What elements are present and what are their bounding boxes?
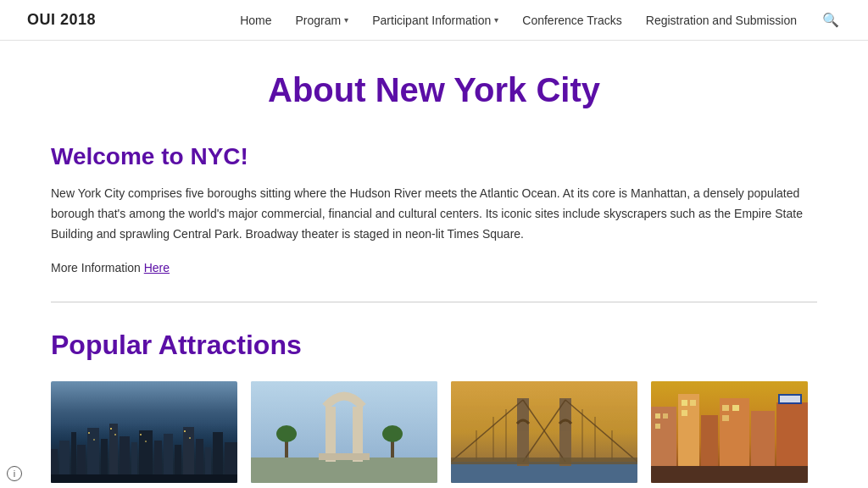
svg-rect-50: [451, 458, 637, 464]
svg-rect-66: [722, 415, 729, 421]
info-icon[interactable]: i: [7, 466, 22, 481]
nav-participant-info-label: Participant Information: [372, 14, 491, 27]
svg-rect-67: [651, 466, 808, 483]
svg-rect-20: [93, 439, 95, 441]
nav-registration-label: Registration and Submission: [646, 14, 797, 27]
svg-rect-60: [655, 424, 660, 429]
nav-registration[interactable]: Registration and Submission: [646, 14, 797, 27]
svg-rect-31: [319, 453, 370, 460]
svg-rect-26: [189, 437, 191, 439]
nav-conference-tracks-label: Conference Tracks: [522, 14, 622, 27]
nav-conference-tracks[interactable]: Conference Tracks: [522, 14, 622, 27]
search-button[interactable]: 🔍: [821, 10, 841, 30]
search-icon: 🔍: [822, 13, 839, 27]
attraction-card-arch[interactable]: [251, 381, 437, 483]
svg-rect-58: [655, 413, 660, 419]
svg-rect-18: [51, 474, 237, 483]
svg-rect-6: [109, 424, 118, 483]
svg-rect-19: [88, 432, 90, 434]
nav-program[interactable]: Program ▾: [296, 14, 349, 27]
svg-rect-25: [184, 430, 186, 432]
attractions-section: Popular Attractions: [34, 302, 834, 483]
more-info: More Information Here: [51, 261, 817, 274]
nav-home[interactable]: Home: [240, 14, 271, 27]
attractions-heading: Popular Attractions: [51, 330, 817, 361]
svg-point-35: [382, 425, 403, 442]
svg-rect-28: [251, 458, 437, 483]
main-nav: Home Program ▾ Participant Information ▾…: [240, 10, 841, 30]
chevron-down-icon: ▾: [494, 15, 498, 25]
svg-rect-24: [145, 441, 147, 442]
svg-rect-22: [114, 434, 116, 435]
svg-rect-62: [690, 400, 696, 406]
svg-rect-61: [682, 400, 687, 406]
welcome-section: Welcome to NYC! New York City comprises …: [34, 143, 834, 302]
main-content: About New York City Welcome to NYC! New …: [0, 41, 868, 483]
svg-point-33: [276, 425, 297, 442]
nav-home-label: Home: [240, 14, 271, 27]
svg-rect-59: [663, 413, 668, 419]
svg-rect-69: [780, 396, 800, 402]
nav-program-label: Program: [296, 14, 342, 27]
svg-rect-37: [451, 462, 637, 483]
welcome-body: New York City comprises five boroughs si…: [51, 184, 814, 244]
site-title: OUI 2018: [27, 11, 96, 29]
more-info-link[interactable]: Here: [144, 261, 170, 274]
chevron-down-icon: ▾: [344, 15, 348, 25]
attraction-card-bridge[interactable]: [451, 381, 637, 483]
more-info-label: More Information: [51, 261, 141, 274]
attraction-card-street[interactable]: [651, 381, 808, 483]
svg-rect-21: [110, 428, 112, 430]
info-icon-wrap[interactable]: i: [7, 466, 22, 481]
svg-rect-64: [722, 405, 729, 411]
svg-rect-23: [140, 434, 142, 435]
svg-rect-65: [732, 405, 739, 411]
site-header: OUI 2018 Home Program ▾ Participant Info…: [0, 0, 868, 41]
welcome-heading: Welcome to NYC!: [51, 143, 817, 170]
page-title: About New York City: [34, 41, 834, 143]
attractions-grid: [51, 381, 817, 483]
attraction-card-skyline[interactable]: [51, 381, 237, 483]
svg-rect-63: [682, 410, 687, 416]
nav-participant-info[interactable]: Participant Information ▾: [372, 14, 498, 27]
